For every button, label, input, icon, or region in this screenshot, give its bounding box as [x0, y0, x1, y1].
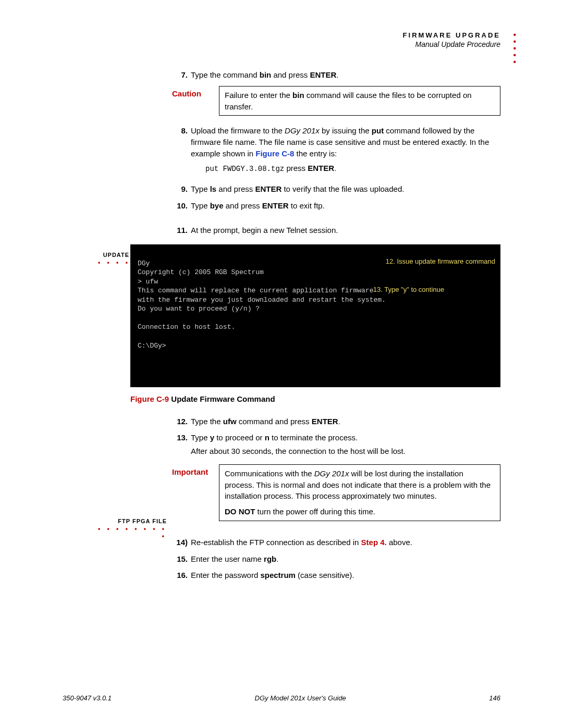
- decorative-dots-icon: • • • • • • • • •: [94, 525, 167, 540]
- step-body: Type the ufw command and press ENTER.: [191, 416, 500, 427]
- figure-title: Update Firmware Command: [169, 394, 275, 403]
- step-number: 8.: [172, 125, 191, 178]
- step-number: 16.: [172, 570, 191, 581]
- figure-label: Figure C-9: [130, 394, 169, 403]
- caution-box: Failure to enter the bin command will ca…: [219, 86, 500, 116]
- side-label-ftp-fpga: FTP FPGA FILE • • • • • • • • •: [94, 518, 167, 540]
- step-body: Enter the user name rgb.: [191, 553, 500, 565]
- command-line: put FWDGY.3.08.tgz press ENTER.: [205, 163, 500, 174]
- step-body: Upload the firmware to the DGy 201x by i…: [191, 125, 500, 178]
- decorative-dots-icon: •••••: [513, 31, 516, 65]
- step-12: 12. Type the ufw command and press ENTER…: [172, 416, 500, 427]
- step-number: 12.: [172, 416, 191, 427]
- step-body: Type y to proceed or n to terminate the …: [191, 432, 500, 443]
- step-11: 11. At the prompt, begin a new Telnet se…: [172, 225, 500, 236]
- step-16: 16. Enter the password spectrum (case se…: [172, 570, 500, 581]
- footer-center: DGy Model 201x User's Guide: [255, 694, 346, 702]
- page-footer: 350-9047 v3.0.1 DGy Model 201x User's Gu…: [63, 694, 500, 702]
- caution-label: Caution: [172, 86, 219, 98]
- step-body: Type bye and press ENTER to exit ftp.: [191, 200, 500, 212]
- step-body: Re-establish the FTP connection as descr…: [191, 537, 500, 548]
- main-content: 7. Type the command bin and press ENTER.…: [172, 69, 500, 581]
- step-13: 13. Type y to proceed or n to terminate …: [172, 432, 500, 443]
- step-number: 13.: [172, 432, 191, 443]
- terminal-screenshot: DGy Copyright (c) 2005 RGB Spectrum > uf…: [130, 244, 500, 387]
- step-7: 7. Type the command bin and press ENTER.: [172, 69, 500, 81]
- page-header: FIRMWARE UPGRADE Manual Update Procedure…: [94, 31, 500, 48]
- step-9: 9. Type ls and press ENTER to verify tha…: [172, 183, 500, 195]
- step-body: Type ls and press ENTER to verify that t…: [191, 183, 500, 195]
- caution-block: Caution Failure to enter the bin command…: [172, 86, 500, 116]
- important-box: Communications with the DGy 201x will be…: [219, 464, 500, 521]
- header-subtitle: Manual Update Procedure: [94, 40, 500, 48]
- terminal-annotation-12: 12. Issue update firmware command: [386, 257, 495, 266]
- step-4-link[interactable]: Step 4.: [361, 538, 387, 547]
- step-number: 7.: [172, 69, 191, 81]
- header-title: FIRMWARE UPGRADE: [94, 31, 500, 39]
- footer-page-number: 146: [489, 694, 500, 702]
- important-label: Important: [172, 464, 219, 476]
- step-body: Type the command bin and press ENTER.: [191, 69, 500, 81]
- step-body: Enter the password spectrum (case sensit…: [191, 570, 500, 581]
- footer-left: 350-9047 v3.0.1: [63, 694, 112, 702]
- step-13-note: After about 30 seconds, the connection t…: [191, 446, 500, 457]
- figure-c8-link[interactable]: Figure C-8: [255, 149, 294, 158]
- step-number: 14): [172, 537, 191, 548]
- terminal-annotation-13: 13. Type "y" to continue: [373, 285, 444, 294]
- figure-caption: Figure C-9 Update Firmware Command: [130, 394, 500, 403]
- important-block: Important Communications with the DGy 20…: [172, 464, 500, 521]
- step-number: 9.: [172, 183, 191, 195]
- step-number: 11.: [172, 225, 191, 236]
- step-number: 10.: [172, 200, 191, 212]
- document-page: FIRMWARE UPGRADE Manual Update Procedure…: [0, 0, 563, 728]
- step-10: 10. Type bye and press ENTER to exit ftp…: [172, 200, 500, 212]
- step-8: 8. Upload the firmware to the DGy 201x b…: [172, 125, 500, 178]
- step-body: At the prompt, begin a new Telnet sessio…: [191, 225, 500, 236]
- step-15: 15. Enter the user name rgb.: [172, 553, 500, 565]
- step-number: 15.: [172, 553, 191, 565]
- step-14: 14) Re-establish the FTP connection as d…: [172, 537, 500, 548]
